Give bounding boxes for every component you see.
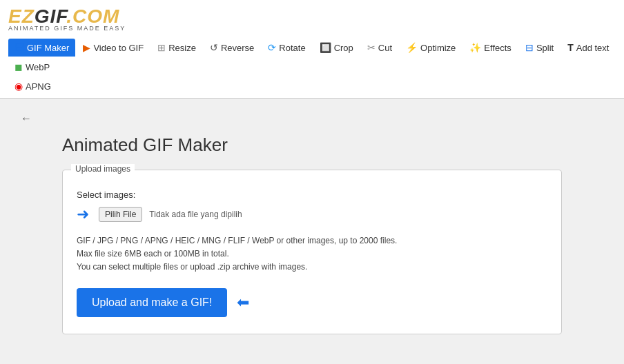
logo-area: EZGIF.COM ANIMATED GIFS MADE EASY xyxy=(8,6,616,32)
upload-btn-label: Upload and make a GIF! xyxy=(92,296,212,308)
file-info-text: GIF / JPG / PNG / APNG / HEIC / MNG / FL… xyxy=(77,234,547,274)
resize-icon: ⊞ xyxy=(157,42,166,53)
nav-label-crop: Crop xyxy=(334,43,353,53)
reverse-icon: ↺ xyxy=(210,42,218,53)
nav-item-split[interactable]: ⊟ Split xyxy=(519,39,560,57)
nav-row1: 🎞 GIF Maker ▶ Video to GIF ⊞ Resize ↺ Re… xyxy=(8,36,616,76)
upload-make-gif-button[interactable]: Upload and make a GIF! xyxy=(77,288,227,317)
nav-label-gif-maker: GIF Maker xyxy=(27,43,69,53)
nav-label-cut: Cut xyxy=(378,43,392,53)
select-images-label: Select images: xyxy=(77,190,135,200)
logo-subtitle: ANIMATED GIFS MADE EASY xyxy=(8,25,616,32)
nav-label-video-to-gif: Video to GIF xyxy=(93,43,144,53)
header: EZGIF.COM ANIMATED GIFS MADE EASY 🎞 GIF … xyxy=(0,0,624,99)
apng-icon: ◉ xyxy=(14,81,23,92)
nav-item-optimize[interactable]: ⚡ Optimize xyxy=(400,39,462,57)
nav-label-add-text: Add text xyxy=(576,43,610,53)
nav-label-optimize: Optimize xyxy=(420,43,456,53)
effects-icon: ✨ xyxy=(469,42,481,53)
choose-file-label: Pilih File xyxy=(105,210,136,219)
cut-icon: ✂ xyxy=(367,42,376,53)
file-select-row: ➜ Pilih File Tidak ada file yang dipilih xyxy=(77,205,547,223)
upload-arrow-icon: ⬅ xyxy=(237,294,249,312)
nav-label-reverse: Reverse xyxy=(221,43,254,53)
select-label-row: Select images: xyxy=(77,190,547,200)
nav-label-effects: Effects xyxy=(484,43,511,53)
upload-legend: Upload images xyxy=(71,164,135,174)
gif-maker-icon: 🎞 xyxy=(14,42,24,53)
video-to-gif-icon: ▶ xyxy=(83,42,90,53)
nav-item-reverse[interactable]: ↺ Reverse xyxy=(204,39,260,57)
nav-item-crop[interactable]: 🔲 Crop xyxy=(313,39,360,57)
nav-item-add-text[interactable]: T Add text xyxy=(561,39,615,57)
nav-label-rotate: Rotate xyxy=(279,43,305,53)
upload-button-row: Upload and make a GIF! ⬅ xyxy=(77,288,547,317)
nav-item-cut[interactable]: ✂ Cut xyxy=(361,39,398,57)
nav-label-resize: Resize xyxy=(168,43,196,53)
add-text-icon: T xyxy=(567,42,574,53)
nav-item-effects[interactable]: ✨ Effects xyxy=(463,39,518,57)
nav-label-split: Split xyxy=(536,43,554,53)
nav-label-webp: WebP xyxy=(26,62,50,72)
rotate-icon: ⟳ xyxy=(268,42,276,53)
back-button[interactable]: ← xyxy=(21,112,32,125)
nav-row2: ◉ APNG xyxy=(8,76,616,98)
webp-icon: ◼ xyxy=(14,61,23,72)
nav-item-video-to-gif[interactable]: ▶ Video to GIF xyxy=(77,39,150,57)
split-icon: ⊟ xyxy=(525,42,534,53)
nav-item-webp[interactable]: ◼ WebP xyxy=(8,58,56,76)
choose-file-button[interactable]: Pilih File xyxy=(99,207,142,222)
file-name-display: Tidak ada file yang dipilih xyxy=(149,210,242,219)
page-title: Animated GIF Maker xyxy=(62,134,603,156)
upload-box: Upload images Select images: ➜ Pilih Fil… xyxy=(62,170,562,334)
nav-item-apng[interactable]: ◉ APNG xyxy=(8,77,57,95)
optimize-icon: ⚡ xyxy=(406,42,418,53)
nav-item-rotate[interactable]: ⟳ Rotate xyxy=(262,39,311,57)
nav-item-gif-maker[interactable]: 🎞 GIF Maker xyxy=(8,39,75,57)
crop-icon: 🔲 xyxy=(320,42,331,53)
nav-item-resize[interactable]: ⊞ Resize xyxy=(151,39,202,57)
arrow-pointer-icon: ➜ xyxy=(77,205,89,223)
main-content: ← Animated GIF Maker Upload images Selec… xyxy=(0,99,624,364)
nav-label-apng: APNG xyxy=(26,81,51,92)
